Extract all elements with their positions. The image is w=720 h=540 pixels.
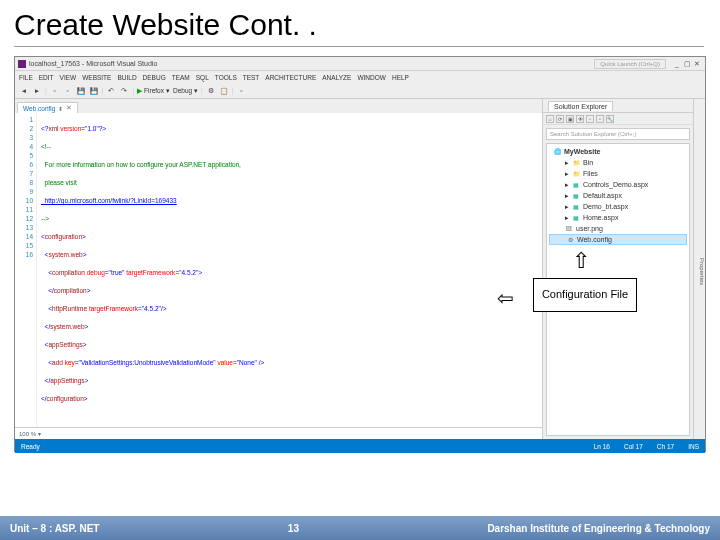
aspx-icon: ▦ xyxy=(572,214,580,222)
tree-item[interactable]: ▸▦Demo_bt.aspx xyxy=(549,201,687,212)
menu-item[interactable]: TOOLS xyxy=(215,74,237,81)
open-icon[interactable]: ▫ xyxy=(63,86,73,96)
slide-title: Create Website Cont. . xyxy=(0,0,720,46)
nav-fwd-icon[interactable]: ► xyxy=(32,86,42,96)
menu-item[interactable]: FILE xyxy=(19,74,33,81)
tree-item[interactable]: ▸📁Bin xyxy=(549,157,687,168)
tree-item-selected[interactable]: ⚙Web.config xyxy=(549,234,687,245)
image-icon: 🖼 xyxy=(565,225,573,233)
status-col: Col 17 xyxy=(624,443,643,450)
redo-icon[interactable]: ↷ xyxy=(119,86,129,96)
tool-icon[interactable]: 📋 xyxy=(219,86,229,96)
line-gutter: 12345678910111213141516 xyxy=(15,113,37,427)
window-title: localhost_17563 - Microsoft Visual Studi… xyxy=(29,60,157,67)
arrow-left-icon: ⇦ xyxy=(497,286,514,310)
panel-tab[interactable]: Solution Explorer xyxy=(543,99,693,113)
properties-tab[interactable]: Properties xyxy=(693,99,705,439)
tree-item[interactable]: ▸📁Files xyxy=(549,168,687,179)
menu-item[interactable]: TEST xyxy=(243,74,260,81)
save-icon[interactable]: 💾 xyxy=(76,86,86,96)
folder-icon: 📁 xyxy=(572,159,580,167)
document-tabs[interactable]: Web.config ⬍ ✕ xyxy=(15,99,542,113)
save-all-icon[interactable]: 💾 xyxy=(89,86,99,96)
tree-item[interactable]: 🖼user.png xyxy=(549,223,687,234)
tool-icon[interactable]: ▫ xyxy=(586,115,594,123)
document-tab[interactable]: Web.config ⬍ ✕ xyxy=(17,102,78,113)
menu-item[interactable]: SQL xyxy=(196,74,209,81)
menu-item[interactable]: BUILD xyxy=(117,74,136,81)
tree-root[interactable]: 🌐MyWebsite xyxy=(549,146,687,157)
aspx-icon: ▦ xyxy=(572,181,580,189)
play-icon: ▶ xyxy=(137,87,142,95)
menu-item[interactable]: VIEW xyxy=(60,74,77,81)
status-ins: INS xyxy=(688,443,699,450)
slide-rule xyxy=(14,46,704,47)
window-controls[interactable]: _▢✕ xyxy=(672,60,702,68)
callout: Configuration File xyxy=(533,278,637,312)
undo-icon[interactable]: ↶ xyxy=(106,86,116,96)
close-icon: ✕ xyxy=(692,60,702,68)
globe-icon: 🌐 xyxy=(553,148,561,156)
vs-icon xyxy=(18,60,26,68)
start-button[interactable]: ▶Firefox▾ xyxy=(137,87,170,95)
quick-launch-input[interactable]: Quick Launch (Ctrl+Q) xyxy=(594,59,666,69)
nav-back-icon[interactable]: ◄ xyxy=(19,86,29,96)
status-line: Ln 16 xyxy=(594,443,610,450)
menu-item[interactable]: ANALYZE xyxy=(322,74,351,81)
footer-page: 13 xyxy=(288,523,299,534)
menu-item[interactable]: WEBSITE xyxy=(82,74,111,81)
minimize-icon: _ xyxy=(672,60,682,67)
config-icon: ⚙ xyxy=(566,236,574,244)
tool-icon[interactable]: ▫ xyxy=(236,86,246,96)
collapse-icon[interactable]: ▣ xyxy=(566,115,574,123)
aspx-icon: ▦ xyxy=(572,192,580,200)
menu-item[interactable]: EDIT xyxy=(39,74,54,81)
properties-icon[interactable]: 🔧 xyxy=(606,115,614,123)
maximize-icon: ▢ xyxy=(682,60,692,68)
tool-icon[interactable]: ▫ xyxy=(596,115,604,123)
aspx-icon: ▦ xyxy=(572,203,580,211)
code-content[interactable]: <?xml version="1.0"?> <!-- For more info… xyxy=(37,113,542,427)
menu-bar[interactable]: FILE EDIT VIEW WEBSITE BUILD DEBUG TEAM … xyxy=(15,71,705,83)
panel-toolbar[interactable]: ⌂ ⟳ ▣ 👁 ▫ ▫ 🔧 xyxy=(543,113,693,125)
toolbar[interactable]: ◄ ► | ▫ ▫ 💾 💾 | ↶ ↷ | ▶Firefox▾ Debug ▾ … xyxy=(15,83,705,99)
new-icon[interactable]: ▫ xyxy=(50,86,60,96)
tool-icon[interactable]: ⚙ xyxy=(206,86,216,96)
menu-item[interactable]: HELP xyxy=(392,74,409,81)
show-icon[interactable]: 👁 xyxy=(576,115,584,123)
pin-icon[interactable]: ⬍ xyxy=(58,105,63,112)
refresh-icon[interactable]: ⟳ xyxy=(556,115,564,123)
visual-studio-window: localhost_17563 - Microsoft Visual Studi… xyxy=(14,56,706,452)
footer-unit: Unit – 8 : ASP. NET xyxy=(10,523,99,534)
menu-item[interactable]: DEBUG xyxy=(143,74,166,81)
close-tab-icon[interactable]: ✕ xyxy=(66,104,72,112)
tree-item[interactable]: ▸▦Default.aspx xyxy=(549,190,687,201)
status-bar: Ready Ln 16 Col 17 Ch 17 INS xyxy=(15,439,705,453)
folder-icon: 📁 xyxy=(572,170,580,178)
slide-footer: Unit – 8 : ASP. NET 13 Darshan Institute… xyxy=(0,516,720,540)
arrow-up-icon: ⇧ xyxy=(572,248,590,274)
menu-item[interactable]: WINDOW xyxy=(357,74,386,81)
config-dropdown[interactable]: Debug ▾ xyxy=(173,87,198,95)
solution-explorer-panel: Solution Explorer ⌂ ⟳ ▣ 👁 ▫ ▫ 🔧 Search S… xyxy=(543,99,693,439)
tree-item[interactable]: ▸▦Home.aspx xyxy=(549,212,687,223)
menu-item[interactable]: TEAM xyxy=(172,74,190,81)
window-titlebar[interactable]: localhost_17563 - Microsoft Visual Studi… xyxy=(15,57,705,71)
menu-item[interactable]: ARCHITECTURE xyxy=(265,74,316,81)
zoom-bar[interactable]: 100 % ▾ xyxy=(15,427,542,439)
footer-org: Darshan Institute of Engineering & Techn… xyxy=(487,523,710,534)
panel-search-input[interactable]: Search Solution Explorer (Ctrl+;) xyxy=(546,128,690,140)
status-ch: Ch 17 xyxy=(657,443,674,450)
code-editor[interactable]: 12345678910111213141516 <?xml version="1… xyxy=(15,113,542,427)
editor-area: Web.config ⬍ ✕ 12345678910111213141516 <… xyxy=(15,99,543,439)
tree-item[interactable]: ▸▦Controls_Demo.aspx xyxy=(549,179,687,190)
home-icon[interactable]: ⌂ xyxy=(546,115,554,123)
status-ready: Ready xyxy=(21,443,40,450)
